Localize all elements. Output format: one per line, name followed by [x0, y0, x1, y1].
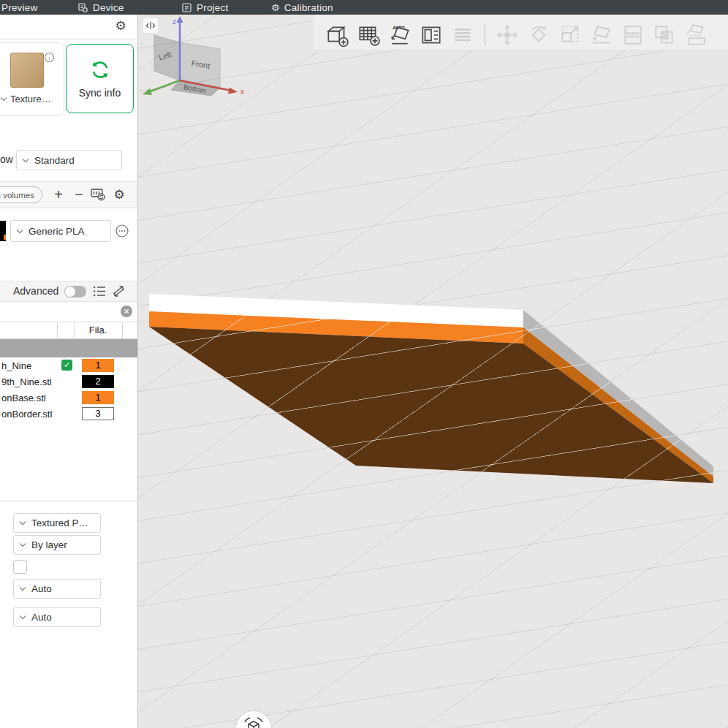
calibration-gear-icon: ⚙ [271, 2, 280, 13]
table-row[interactable]: onBase.stl1 [0, 390, 138, 406]
print-sequence-dropdown[interactable]: By layer [13, 535, 101, 555]
list-view-icon[interactable] [93, 285, 107, 297]
auto-dropdown-1[interactable]: Auto [13, 579, 101, 599]
plate-type-dropdown[interactable]: Textured P… [13, 513, 101, 533]
filament-material-value: Generic PLA [29, 226, 85, 237]
plate-type-value: Textured P… [31, 517, 88, 528]
flushing-volumes-button[interactable]: g volumes [0, 186, 42, 203]
chevron-down-icon [19, 586, 26, 591]
plate-type-selector[interactable]: Texture… [0, 92, 62, 105]
move-icon [495, 23, 520, 48]
auto-dropdown-2[interactable]: Auto [13, 607, 101, 627]
plate-type-label: Texture… [10, 94, 51, 105]
cut-icon [621, 23, 645, 48]
table-row[interactable]: h_Nine✓1 [0, 357, 138, 374]
visibility-checkbox[interactable]: ✓ [61, 360, 72, 371]
process-preset-dropdown[interactable]: Standard [16, 150, 122, 170]
top-tab-bar: Preview Device Project ⚙ Calibration [0, 0, 728, 15]
object-name: onBorder.stl [1, 409, 52, 420]
svg-text:AUTO: AUTO [393, 26, 405, 30]
chevron-down-icon [22, 158, 29, 163]
add-object-icon[interactable] [325, 23, 349, 48]
chevron-down-icon [16, 229, 23, 234]
filament-cell[interactable]: 3 [82, 407, 114, 420]
sync-info-button[interactable]: Sync info [66, 44, 134, 113]
tab-device[interactable]: Device [77, 0, 124, 15]
auto-value-2: Auto [31, 612, 52, 623]
tab-project[interactable]: Project [181, 0, 228, 15]
sync-icon [88, 59, 112, 81]
tab-device-label: Device [93, 2, 124, 13]
left-sidebar: ⚙ i Texture… Sync info ow Standard g vol… [0, 15, 138, 728]
table-header: Fila. [0, 322, 138, 339]
object-rows: h_Nine✓19th_Nine.stl2onBase.stl1onBorder… [0, 357, 138, 422]
scale-icon [558, 23, 583, 48]
mesh-boolean-icon [652, 23, 677, 48]
viewport-toolbar: AUTO [325, 23, 708, 48]
filament-cell[interactable]: 1 [82, 359, 114, 372]
object-name: onBase.stl [1, 393, 46, 403]
toolbar-separator [485, 24, 485, 46]
objects-table: Fila. h_Nine✓19th_Nine.stl2onBase.stl1on… [0, 322, 138, 422]
sync-info-label: Sync info [67, 87, 133, 99]
flushing-volumes-label: g volumes [0, 191, 34, 200]
filament-dropdown[interactable]: Generic PLA [10, 220, 111, 242]
chevron-down-icon [0, 96, 7, 102]
split-layout-icon[interactable] [419, 23, 444, 48]
rotate-icon [526, 23, 551, 48]
plate-thumbnail[interactable] [10, 53, 44, 88]
ams-sync-icon[interactable] [88, 184, 107, 205]
table-row[interactable]: 9th_Nine.stl2 [0, 374, 138, 390]
filament-edit-button[interactable] [115, 224, 129, 238]
print-sequence-value: By layer [31, 539, 67, 550]
tab-calibration-label: Calibration [284, 2, 333, 13]
add-filament-button[interactable]: + [50, 184, 67, 205]
tune-params-icon[interactable] [112, 285, 126, 297]
3d-viewport[interactable]: AUTO Left Front Bottom z x [138, 15, 728, 728]
object-name: 9th_Nine.stl [1, 376, 52, 387]
divider [0, 39, 137, 39]
remove-filament-button[interactable]: − [70, 184, 88, 205]
process-preset-value: Standard [34, 155, 75, 166]
tab-preview-label: Preview [1, 2, 37, 13]
filament-cell[interactable]: 1 [82, 391, 114, 404]
auto-value-1: Auto [31, 583, 52, 594]
plate-checkbox[interactable] [13, 560, 27, 574]
plate-row[interactable] [0, 339, 138, 357]
tab-project-label: Project [197, 2, 228, 13]
close-icon[interactable]: ✕ [121, 306, 132, 317]
process-label-fragment: ow [0, 153, 13, 165]
svg-text:i: i [48, 54, 50, 61]
add-plate-icon[interactable] [356, 23, 381, 48]
table-row[interactable]: onBorder.stl3 [0, 406, 138, 422]
tab-preview[interactable]: Preview [1, 0, 37, 15]
sidebar-collapse-button[interactable] [143, 18, 158, 33]
place-on-face-icon [589, 23, 614, 48]
filament-cell[interactable]: 2 [82, 375, 114, 388]
filament-column-header: Fila. [74, 325, 122, 335]
advanced-bar: Advanced [0, 281, 138, 302]
toggle-knob [65, 287, 75, 297]
filament-toolbar: g volumes + − ⚙ [0, 181, 138, 208]
project-icon [181, 2, 192, 13]
printer-settings-gear-icon[interactable]: ⚙ [113, 19, 128, 34]
orbit-cube-icon [241, 716, 266, 728]
chevron-down-icon [19, 520, 26, 526]
filament-color-swatch[interactable] [0, 221, 6, 241]
chevron-down-icon [19, 615, 26, 620]
assemble-icon [683, 23, 708, 48]
divider [0, 501, 137, 501]
advanced-toggle[interactable] [64, 286, 86, 297]
layers-icon [450, 23, 475, 48]
advanced-label: Advanced [13, 285, 58, 297]
chevron-down-icon [19, 542, 26, 547]
info-icon[interactable]: i [44, 52, 55, 63]
device-icon [77, 2, 88, 13]
auto-orient-icon[interactable]: AUTO [387, 23, 412, 48]
tab-calibration[interactable]: ⚙ Calibration [271, 0, 333, 15]
filament-settings-gear-icon[interactable]: ⚙ [110, 184, 129, 205]
object-name: h_Nine [1, 360, 31, 371]
